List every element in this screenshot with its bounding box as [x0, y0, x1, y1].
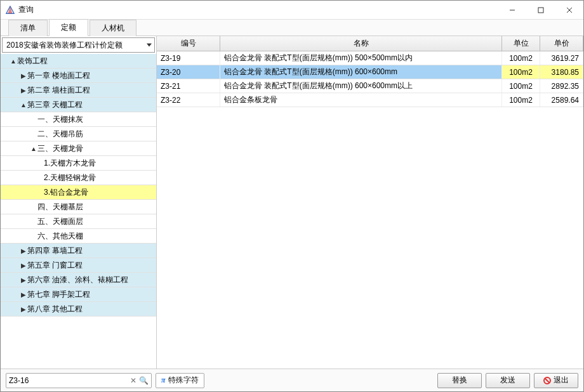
tree-item[interactable]: ▶第二章 墙柱面工程	[1, 83, 156, 98]
tree-item[interactable]: ▲三、天棚龙骨	[1, 141, 156, 156]
tree-item[interactable]: ▶第一章 楼地面工程	[1, 69, 156, 83]
caret-icon: ▲	[20, 101, 27, 108]
tree-item-label: 第三章 天棚工程	[27, 100, 83, 110]
quota-dropdown[interactable]: 2018安徽省装饰装修工程计价定额	[2, 37, 155, 53]
close-button[interactable]	[555, 1, 583, 20]
search-box[interactable]: ✕ 🔍	[6, 373, 152, 388]
cell-code: Z3-22	[157, 93, 220, 107]
cell-name: 铝合金龙骨 装配式T型(面层规格(mm)) 500×500mm以内	[220, 51, 502, 65]
tree-item-label: 第二章 墙柱面工程	[27, 85, 90, 96]
grid-header: 编号 名称 单位 单价	[157, 36, 583, 51]
col-header-code[interactable]: 编号	[157, 36, 220, 51]
titlebar: 查询	[1, 1, 583, 20]
exit-button[interactable]: 退出	[534, 373, 578, 388]
caret-icon: ▶	[20, 247, 27, 254]
tree-item[interactable]: 四、天棚基层	[1, 200, 156, 214]
tree-item-label: 六、其他天棚	[37, 231, 83, 242]
grid-body: Z3-19铝合金龙骨 装配式T型(面层规格(mm)) 500×500mm以内10…	[157, 51, 583, 369]
tree-item[interactable]: ▲装饰工程	[1, 54, 156, 69]
app-logo-icon	[6, 6, 15, 15]
col-header-unit[interactable]: 单位	[502, 36, 540, 51]
cell-unit: 100m2	[502, 51, 540, 65]
tree-item-label: 3.铝合金龙骨	[44, 187, 88, 198]
left-panel: 2018安徽省装饰装修工程计价定额 ▲装饰工程▶第一章 楼地面工程▶第二章 墙柱…	[1, 36, 157, 369]
tree-item[interactable]: ▶第七章 脚手架工程	[1, 287, 156, 302]
col-header-price[interactable]: 单价	[540, 36, 583, 51]
tree-item-label: 1.天棚方木龙骨	[44, 158, 96, 169]
clear-icon[interactable]: ✕	[128, 376, 138, 385]
tree-item-label: 装饰工程	[17, 56, 48, 67]
main-content: 2018安徽省装饰装修工程计价定额 ▲装饰工程▶第一章 楼地面工程▶第二章 墙柱…	[1, 36, 583, 369]
table-row[interactable]: Z3-19铝合金龙骨 装配式T型(面层规格(mm)) 500×500mm以内10…	[157, 51, 583, 65]
table-row[interactable]: Z3-20铝合金龙骨 装配式T型(面层规格(mm)) 600×600mm100m…	[157, 65, 583, 79]
tab-定额[interactable]: 定额	[49, 19, 88, 36]
caret-icon: ▶	[20, 277, 27, 284]
tree-item[interactable]: 一、天棚抹灰	[1, 112, 156, 127]
cell-unit: 100m2	[502, 93, 540, 107]
caret-icon: ▲	[10, 58, 17, 65]
window-controls	[498, 1, 583, 20]
minimize-button[interactable]	[498, 1, 526, 20]
dropdown-value: 2018安徽省装饰装修工程计价定额	[6, 40, 123, 51]
cell-price: 3619.27	[540, 51, 583, 65]
cell-name: 铝合金龙骨 装配式T型(面层规格(mm)) 600×600mm	[220, 65, 502, 79]
tree-item-label: 第六章 油漆、涂料、裱糊工程	[27, 275, 128, 285]
tree-item[interactable]: 1.天棚方木龙骨	[1, 156, 156, 171]
cell-code: Z3-20	[157, 65, 220, 79]
cell-name: 铝合金条板龙骨	[220, 93, 502, 107]
caret-icon: ▶	[20, 72, 27, 79]
tree-item[interactable]: ▶第四章 幕墙工程	[1, 244, 156, 258]
tree-item[interactable]: 六、其他天棚	[1, 229, 156, 244]
tree-item-label: 第七章 脚手架工程	[27, 289, 90, 300]
caret-icon: ▶	[20, 262, 27, 269]
caret-icon: ▶	[20, 306, 27, 313]
tree-item[interactable]: 二、天棚吊筋	[1, 127, 156, 141]
query-window: 查询 清单定额人材机 2018安徽省装饰装修工程计价定额 ▲装饰工程▶第一章 楼…	[0, 0, 584, 392]
table-row[interactable]: Z3-22铝合金条板龙骨100m22589.64	[157, 93, 583, 107]
replace-button[interactable]: 替换	[437, 373, 482, 388]
tab-清单[interactable]: 清单	[8, 20, 48, 36]
caret-icon: ▶	[20, 87, 27, 94]
cell-unit: 100m2	[502, 65, 540, 79]
stop-icon	[543, 377, 551, 384]
cell-unit: 100m2	[502, 79, 540, 93]
tree-item-label: 五、天棚面层	[37, 216, 83, 227]
maximize-button[interactable]	[526, 1, 555, 20]
cell-price: 2892.35	[540, 79, 583, 93]
tree-item-label: 第八章 其他工程	[27, 304, 83, 315]
tree-item-label: 第一章 楼地面工程	[27, 70, 90, 81]
cell-code: Z3-21	[157, 79, 220, 93]
right-panel: 编号 名称 单位 单价 Z3-19铝合金龙骨 装配式T型(面层规格(mm)) 5…	[157, 36, 583, 369]
tab-人材机[interactable]: 人材机	[90, 20, 136, 36]
special-chars-button[interactable]: π 特殊字符	[156, 373, 204, 388]
caret-icon: ▶	[20, 291, 27, 298]
tab-bar: 清单定额人材机	[1, 20, 583, 36]
cell-price: 3180.85	[540, 65, 583, 79]
caret-icon: ▲	[30, 145, 37, 152]
table-row[interactable]: Z3-21铝合金龙骨 装配式T型(面层规格(mm)) 600×600mm以上10…	[157, 79, 583, 93]
cell-code: Z3-19	[157, 51, 220, 65]
cell-name: 铝合金龙骨 装配式T型(面层规格(mm)) 600×600mm以上	[220, 79, 502, 93]
tree-item[interactable]: ▶第六章 油漆、涂料、裱糊工程	[1, 273, 156, 287]
tree-item[interactable]: 五、天棚面层	[1, 214, 156, 229]
send-button[interactable]: 发送	[486, 373, 530, 388]
tree-item[interactable]: ▲第三章 天棚工程	[1, 98, 156, 112]
tree-item[interactable]: ▶第五章 门窗工程	[1, 258, 156, 273]
tree-item[interactable]: 3.铝合金龙骨	[1, 185, 156, 200]
search-icon[interactable]: 🔍	[138, 376, 149, 385]
tree-item-label: 四、天棚基层	[37, 202, 83, 212]
tree-item[interactable]: 2.天棚轻钢龙骨	[1, 171, 156, 185]
tree-item-label: 一、天棚抹灰	[37, 114, 83, 125]
tree-item-label: 三、天棚龙骨	[37, 143, 83, 154]
window-title: 查询	[18, 4, 498, 15]
category-tree: ▲装饰工程▶第一章 楼地面工程▶第二章 墙柱面工程▲第三章 天棚工程一、天棚抹灰…	[1, 54, 156, 369]
search-input[interactable]	[9, 376, 128, 385]
svg-rect-3	[538, 8, 543, 13]
pi-icon: π	[161, 376, 166, 385]
cell-price: 2589.64	[540, 93, 583, 107]
special-chars-label: 特殊字符	[168, 375, 199, 386]
col-header-name[interactable]: 名称	[220, 36, 502, 51]
tree-item[interactable]: ▶第八章 其他工程	[1, 302, 156, 317]
tree-item-label: 第四章 幕墙工程	[27, 245, 83, 256]
tree-item-label: 2.天棚轻钢龙骨	[44, 173, 96, 183]
